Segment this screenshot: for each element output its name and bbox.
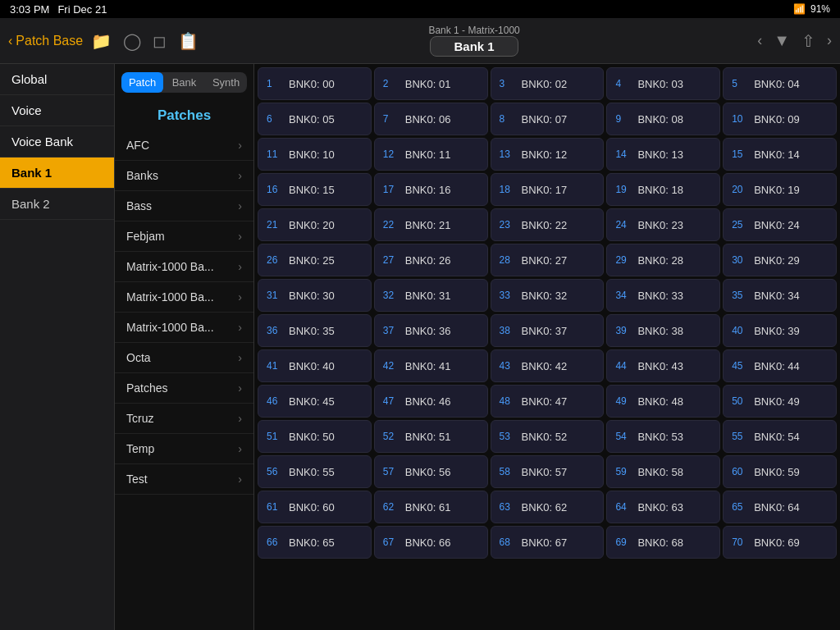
middle-list-item[interactable]: Febjam›: [115, 221, 253, 252]
patch-cell[interactable]: 15BNK0: 14: [723, 138, 837, 171]
patch-cell[interactable]: 10BNK0: 09: [723, 103, 837, 135]
patch-cell[interactable]: 26BNK0: 25: [258, 244, 372, 276]
patch-cell[interactable]: 62BNK0: 61: [374, 491, 488, 523]
patch-cell[interactable]: 27BNK0: 26: [374, 244, 488, 276]
patch-cell[interactable]: 40BNK0: 39: [723, 314, 837, 347]
patch-cell[interactable]: 70BNK0: 69: [723, 526, 837, 559]
patch-cell[interactable]: 56BNK0: 55: [258, 455, 372, 488]
patch-cell[interactable]: 12BNK0: 11: [374, 138, 488, 171]
sidebar-item-bank2[interactable]: Bank 2: [0, 189, 114, 220]
share-icon[interactable]: ⇧: [801, 31, 815, 51]
patch-cell[interactable]: 66BNK0: 65: [258, 526, 372, 559]
middle-list-item[interactable]: Matrix-1000 Ba...›: [115, 313, 253, 343]
patch-cell[interactable]: 32BNK0: 31: [374, 279, 488, 312]
patch-cell[interactable]: 2BNK0: 01: [374, 67, 488, 100]
patch-cell[interactable]: 23BNK0: 22: [491, 208, 605, 241]
face-icon[interactable]: ◯: [123, 31, 141, 51]
patch-cell[interactable]: 67BNK0: 66: [374, 526, 488, 559]
middle-list-item[interactable]: Octa›: [115, 343, 253, 373]
patch-cell[interactable]: 20BNK0: 19: [723, 173, 837, 206]
folder-icon[interactable]: 📁: [91, 31, 112, 51]
patch-cell[interactable]: 69BNK0: 68: [606, 526, 720, 559]
patch-cell[interactable]: 44BNK0: 43: [606, 349, 720, 382]
middle-list-item[interactable]: Temp›: [115, 434, 253, 464]
patch-name: BNK0: 28: [637, 254, 683, 267]
middle-list-item[interactable]: Patches›: [115, 373, 253, 404]
sidebar-item-voice-bank[interactable]: Voice Bank: [0, 126, 114, 158]
patch-cell[interactable]: 48BNK0: 47: [491, 385, 605, 418]
patch-cell[interactable]: 5BNK0: 04: [723, 67, 837, 100]
patch-cell[interactable]: 65BNK0: 64: [723, 491, 837, 523]
patch-cell[interactable]: 50BNK0: 49: [723, 385, 837, 418]
patch-cell[interactable]: 35BNK0: 34: [723, 279, 837, 312]
copy-icon[interactable]: 📋: [178, 31, 199, 51]
patch-cell[interactable]: 53BNK0: 52: [491, 420, 605, 453]
patch-cell[interactable]: 3BNK0: 02: [491, 67, 605, 100]
midi-icon[interactable]: ◻: [153, 31, 167, 51]
patch-cell[interactable]: 19BNK0: 18: [606, 173, 720, 206]
patch-cell[interactable]: 46BNK0: 45: [258, 385, 372, 418]
patch-cell[interactable]: 7BNK0: 06: [374, 103, 488, 135]
patch-cell[interactable]: 47BNK0: 46: [374, 385, 488, 418]
patch-cell[interactable]: 36BNK0: 35: [258, 314, 372, 347]
patch-cell[interactable]: 39BNK0: 38: [606, 314, 720, 347]
patch-cell[interactable]: 37BNK0: 36: [374, 314, 488, 347]
patch-cell[interactable]: 9BNK0: 08: [606, 103, 720, 135]
patch-cell[interactable]: 43BNK0: 42: [491, 349, 605, 382]
patch-cell[interactable]: 24BNK0: 23: [606, 208, 720, 241]
patch-cell[interactable]: 59BNK0: 58: [606, 455, 720, 488]
patch-cell[interactable]: 52BNK0: 51: [374, 420, 488, 453]
patch-cell[interactable]: 1BNK0: 00: [258, 67, 372, 100]
middle-list-item[interactable]: Test›: [115, 464, 253, 495]
patch-cell[interactable]: 64BNK0: 63: [606, 491, 720, 523]
download-icon[interactable]: ▼: [774, 31, 790, 50]
patch-cell[interactable]: 18BNK0: 17: [491, 173, 605, 206]
patch-cell[interactable]: 14BNK0: 13: [606, 138, 720, 171]
patch-cell[interactable]: 63BNK0: 62: [491, 491, 605, 523]
middle-list-item[interactable]: Matrix-1000 Ba...›: [115, 252, 253, 282]
patch-cell[interactable]: 68BNK0: 67: [491, 526, 605, 559]
middle-list-item[interactable]: AFC›: [115, 130, 253, 161]
back-button[interactable]: ‹ Patch Base: [8, 34, 83, 48]
patch-cell[interactable]: 34BNK0: 33: [606, 279, 720, 312]
prev-arrow-button[interactable]: ‹: [757, 32, 762, 49]
patch-cell[interactable]: 28BNK0: 27: [491, 244, 605, 276]
patch-cell[interactable]: 55BNK0: 54: [723, 420, 837, 453]
patch-cell[interactable]: 21BNK0: 20: [258, 208, 372, 241]
middle-list-item[interactable]: Matrix-1000 Ba...›: [115, 282, 253, 313]
patch-cell[interactable]: 57BNK0: 56: [374, 455, 488, 488]
segment-synth[interactable]: Synth: [205, 72, 247, 93]
sidebar-item-global[interactable]: Global: [0, 64, 114, 95]
patch-cell[interactable]: 33BNK0: 32: [491, 279, 605, 312]
segment-bank[interactable]: Bank: [163, 72, 205, 93]
middle-list-item[interactable]: Banks›: [115, 161, 253, 191]
patch-cell[interactable]: 22BNK0: 21: [374, 208, 488, 241]
patch-cell[interactable]: 41BNK0: 40: [258, 349, 372, 382]
sidebar-item-voice[interactable]: Voice: [0, 95, 114, 126]
middle-list-item[interactable]: Bass›: [115, 191, 253, 221]
patch-cell[interactable]: 6BNK0: 05: [258, 103, 372, 135]
patch-cell[interactable]: 13BNK0: 12: [491, 138, 605, 171]
patch-cell[interactable]: 17BNK0: 16: [374, 173, 488, 206]
patch-cell[interactable]: 29BNK0: 28: [606, 244, 720, 276]
patch-cell[interactable]: 61BNK0: 60: [258, 491, 372, 523]
patch-cell[interactable]: 38BNK0: 37: [491, 314, 605, 347]
patch-cell[interactable]: 42BNK0: 41: [374, 349, 488, 382]
patch-cell[interactable]: 31BNK0: 30: [258, 279, 372, 312]
patch-cell[interactable]: 16BNK0: 15: [258, 173, 372, 206]
patch-cell[interactable]: 54BNK0: 53: [606, 420, 720, 453]
patch-cell[interactable]: 30BNK0: 29: [723, 244, 837, 276]
patch-cell[interactable]: 60BNK0: 59: [723, 455, 837, 488]
sidebar-item-bank1[interactable]: Bank 1: [0, 158, 114, 189]
patch-cell[interactable]: 45BNK0: 44: [723, 349, 837, 382]
next-arrow-button[interactable]: ›: [827, 32, 832, 49]
patch-cell[interactable]: 58BNK0: 57: [491, 455, 605, 488]
segment-patch[interactable]: Patch: [121, 72, 163, 93]
middle-list-item[interactable]: Tcruz›: [115, 404, 253, 434]
patch-cell[interactable]: 8BNK0: 07: [491, 103, 605, 135]
patch-cell[interactable]: 11BNK0: 10: [258, 138, 372, 171]
patch-cell[interactable]: 51BNK0: 50: [258, 420, 372, 453]
patch-cell[interactable]: 49BNK0: 48: [606, 385, 720, 418]
patch-cell[interactable]: 25BNK0: 24: [723, 208, 837, 241]
patch-cell[interactable]: 4BNK0: 03: [606, 67, 720, 100]
